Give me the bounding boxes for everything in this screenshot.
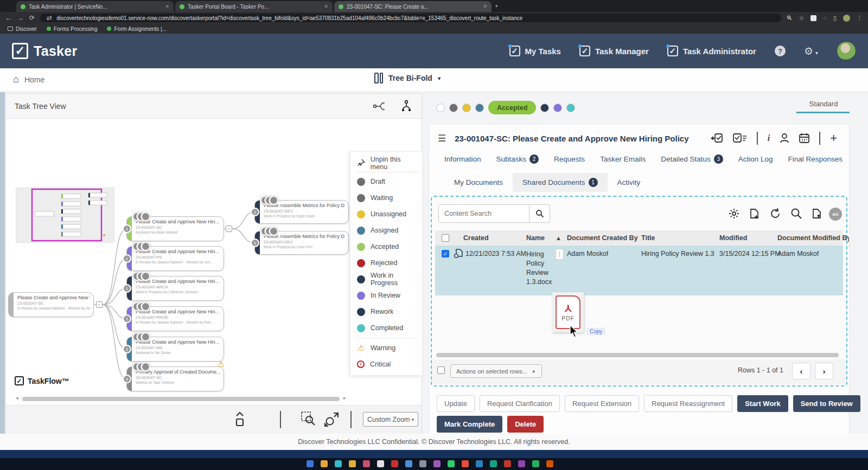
task-node[interactable]: 2 ⚠ Primary Approval of Created Docume..… bbox=[126, 366, 224, 391]
taskbar-app-icon[interactable] bbox=[532, 460, 539, 467]
tab-tasker-emails[interactable]: Tasker Emails bbox=[600, 155, 646, 163]
browser-profile-avatar[interactable] bbox=[843, 15, 850, 22]
taskbar-app-icon[interactable] bbox=[349, 460, 356, 467]
taskbar-app-icon[interactable] bbox=[504, 460, 511, 467]
nav-my-tasks[interactable]: ✓ My Tasks bbox=[509, 46, 561, 56]
task-node-root[interactable]: Please Create and Approve New Hiri... 23… bbox=[8, 292, 94, 317]
collapse-node-icon[interactable]: − bbox=[226, 226, 232, 232]
bookmark-item[interactable]: Forms Processing bbox=[47, 26, 98, 32]
view-selector[interactable]: Tree Bi-Fold ▾ bbox=[374, 73, 441, 83]
collapse-node-icon[interactable]: − bbox=[96, 301, 103, 308]
tab-close-icon[interactable]: ✕ bbox=[165, 4, 169, 9]
taskbar-app-icon[interactable] bbox=[363, 460, 370, 467]
column-name[interactable]: Name bbox=[526, 234, 545, 242]
task-node[interactable]: 1 Please Assemble Metrics for Policy D..… bbox=[254, 231, 349, 255]
task-node[interactable]: 1 Please Create and Approve New Hiri... … bbox=[126, 337, 224, 362]
cell-name-link[interactable]: Hiring Policy Review 1.3.docx bbox=[526, 250, 554, 287]
taskbar-app-icon[interactable] bbox=[419, 460, 426, 467]
user-avatar[interactable] bbox=[837, 41, 856, 61]
select-all-checkbox[interactable] bbox=[442, 234, 449, 242]
collapse-tree-icon[interactable] bbox=[233, 411, 247, 428]
bookmark-star-icon[interactable]: ☆ bbox=[799, 15, 805, 22]
forward-icon[interactable]: → bbox=[17, 15, 24, 21]
taskbar-app-icon[interactable] bbox=[335, 460, 342, 467]
tab-subtasks[interactable]: Subtasks2 bbox=[496, 154, 539, 164]
add-icon[interactable]: + bbox=[830, 131, 837, 145]
task-node[interactable]: 1 Please Create and Approve New Hiri... … bbox=[126, 246, 224, 271]
marquee-zoom-icon[interactable] bbox=[301, 411, 317, 427]
browser-menu-icon[interactable]: ⋮ bbox=[857, 15, 863, 22]
tree-horizontal-scrollbar[interactable] bbox=[22, 397, 340, 401]
tab-final-responses[interactable]: Final Responses bbox=[788, 155, 843, 163]
taskbar-app-icon[interactable] bbox=[448, 460, 455, 467]
column-title[interactable]: Title bbox=[641, 234, 655, 242]
request-clarification-button[interactable]: Request Clarification bbox=[480, 395, 560, 412]
column-modified[interactable]: Modified bbox=[719, 234, 747, 242]
send-to-review-button[interactable]: Send to Review bbox=[793, 395, 860, 412]
taskbar-app-icon[interactable] bbox=[307, 460, 314, 467]
copy-document-icon[interactable] bbox=[454, 249, 463, 259]
task-checklist-icon[interactable] bbox=[733, 132, 747, 144]
extension-icon[interactable] bbox=[810, 15, 816, 21]
tab-list-caret-icon[interactable]: ▾ bbox=[495, 3, 498, 9]
taskbar-app-icon[interactable] bbox=[546, 460, 553, 467]
start-work-button[interactable]: Start Work bbox=[737, 395, 788, 412]
taskbar-app-icon[interactable] bbox=[321, 460, 328, 467]
column-document-modified-by[interactable]: Document Modified By bbox=[777, 234, 849, 242]
status-dot[interactable] bbox=[462, 104, 471, 112]
tab-action-log[interactable]: Action Log bbox=[738, 155, 773, 163]
nav-task-manager[interactable]: ✓ Task Manager bbox=[579, 46, 649, 56]
mark-complete-button[interactable]: Mark Complete bbox=[437, 416, 502, 433]
extensions-puzzle-icon[interactable]: ◌ bbox=[823, 15, 827, 21]
status-dot[interactable] bbox=[475, 104, 484, 112]
home-link[interactable]: ⌂ Home bbox=[13, 74, 44, 85]
export-document-icon[interactable] bbox=[749, 208, 760, 220]
previous-page-button[interactable]: ‹ bbox=[792, 363, 810, 379]
request-extension-button[interactable]: Request Extension bbox=[565, 395, 639, 412]
footer-checkbox[interactable] bbox=[437, 366, 445, 374]
site-info-icon[interactable]: ⇄ bbox=[47, 15, 52, 21]
task-node[interactable]: 1 Please Create and Approve New Hiri... … bbox=[126, 306, 224, 331]
taskbar-app-icon[interactable] bbox=[476, 460, 483, 467]
help-icon[interactable]: ? bbox=[775, 46, 786, 56]
next-page-button[interactable]: › bbox=[815, 363, 833, 379]
tab-close-icon[interactable]: ✕ bbox=[483, 4, 487, 9]
column-created[interactable]: Created bbox=[463, 234, 489, 242]
tab-detailed-status[interactable]: Detailed Status3 bbox=[661, 154, 723, 164]
accepted-status-pill[interactable]: Accepted bbox=[488, 101, 536, 114]
unpin-menu-button[interactable]: Unpin this menu bbox=[357, 156, 419, 172]
task-node[interactable]: 1 Please Create and Approve New Hiri... … bbox=[126, 276, 224, 301]
task-node[interactable]: 1 Please Assemble Metrics for Policy D..… bbox=[254, 200, 349, 224]
search-list-icon[interactable] bbox=[790, 208, 802, 220]
side-panel-icon[interactable]: ▯ bbox=[833, 15, 837, 22]
documents-horizontal-scrollbar[interactable] bbox=[436, 353, 839, 357]
status-dot[interactable] bbox=[540, 104, 549, 112]
task-node[interactable]: 1 Please Create and Approve New Hiri... … bbox=[126, 216, 224, 241]
tab-my-documents[interactable]: My Documents bbox=[444, 173, 513, 192]
refresh-icon[interactable] bbox=[769, 208, 781, 220]
bookmark-item[interactable]: Discover bbox=[8, 26, 37, 32]
content-search-input[interactable] bbox=[438, 204, 529, 223]
taskbar-app-icon[interactable] bbox=[391, 460, 398, 467]
search-button[interactable] bbox=[529, 204, 550, 223]
row-menu-icon[interactable]: ⋮ bbox=[556, 249, 564, 260]
person-icon[interactable] bbox=[780, 133, 789, 144]
tab-information[interactable]: Information bbox=[444, 155, 481, 163]
taskbar-app-icon[interactable] bbox=[433, 460, 441, 467]
status-dot[interactable] bbox=[566, 104, 575, 112]
taskbar-app-icon[interactable] bbox=[405, 460, 412, 467]
row-checkbox[interactable]: ✓ bbox=[442, 250, 449, 257]
search-icon[interactable]: 🔍︎ bbox=[787, 15, 793, 21]
nav-task-administrator[interactable]: ✓ Task Administrator bbox=[667, 46, 756, 56]
url-bar[interactable]: ⇄ discovertechnologiesdemo01.service-now… bbox=[40, 14, 781, 22]
tab-activity[interactable]: Activity bbox=[608, 173, 650, 192]
taskbar-app-icon[interactable] bbox=[518, 460, 525, 467]
taskbar-app-icon[interactable] bbox=[490, 460, 497, 467]
browser-tab[interactable]: Tasker Portal Board - Tasker Po... ✕ bbox=[175, 1, 333, 12]
tab-shared-documents[interactable]: Shared Documents1 bbox=[513, 173, 608, 192]
status-dot[interactable] bbox=[553, 104, 562, 112]
request-reassignment-button[interactable]: Request Reassignment bbox=[644, 395, 732, 412]
custom-zoom-select[interactable]: Custom Zoom ▾ bbox=[363, 412, 418, 427]
taskbar-app-icon[interactable] bbox=[462, 460, 469, 467]
list-settings-gear-icon[interactable] bbox=[728, 208, 740, 220]
